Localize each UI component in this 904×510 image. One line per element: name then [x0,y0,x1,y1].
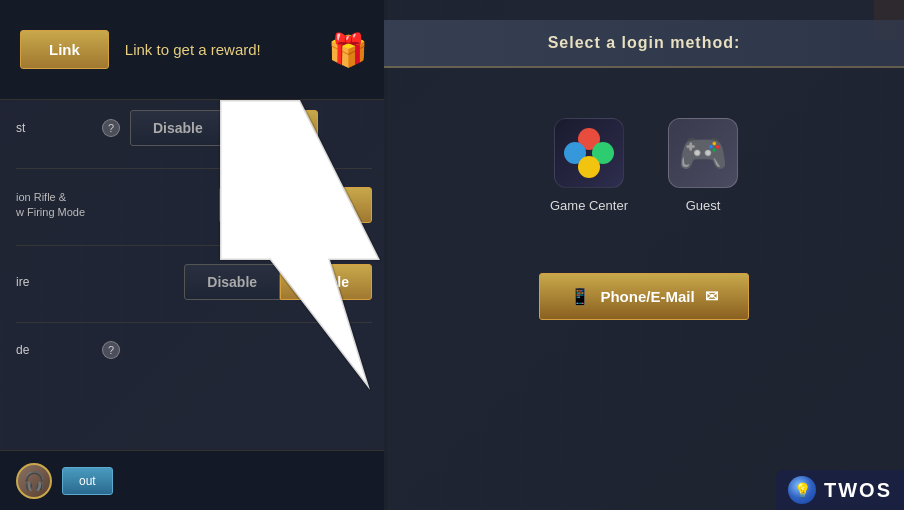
setting-label-3: ire [16,275,174,289]
label-group-1: st ? [16,119,120,137]
twos-badge: 💡 TWOS [776,470,904,510]
tap-button[interactable]: Tap [219,187,281,223]
enable-button-1[interactable]: Enable [226,110,318,146]
gc-dots [564,128,614,178]
setting-label-4: de [16,343,96,357]
setting-label-1: st [16,121,96,135]
btn-group-3: Disable Enable [184,264,372,300]
gift-icon: 🎁 [328,31,368,69]
setting-row-4: de ? [16,341,372,359]
help-icon-1[interactable]: ? [102,119,120,137]
login-icons-row: Game Center 🎮 Guest [550,118,738,213]
link-button[interactable]: Link [20,30,109,69]
setting-row-3: ire Disable Enable [16,264,372,300]
separator-2 [16,245,372,246]
disable-button-1[interactable]: Disable [130,110,226,146]
main-container: Link Link Link to get a reward! 🎁 st ? D… [0,0,904,510]
btn-group-1: Disable Enable [130,110,318,146]
release-button[interactable]: Release [281,187,372,223]
label-group-4: de ? [16,341,120,359]
avatar: 🎧 [16,463,52,499]
gamepad-unicode-icon: 🎮 [678,130,728,177]
guest-option[interactable]: 🎮 Guest [668,118,738,213]
left-panel: Link Link Link to get a reward! 🎁 st ? D… [0,0,390,510]
separator-1 [16,168,372,169]
guest-label: Guest [686,198,721,213]
twos-text: TWOS [824,479,892,502]
setting-row-1: st ? Disable Enable [16,110,372,146]
dot-yellow [578,156,600,178]
avatar-icon: 🎧 [23,470,45,492]
bottom-tab-out[interactable]: out [62,467,113,495]
btn-group-2: Tap Release [219,187,372,223]
settings-area: st ? Disable Enable ion Rifle &w Firing … [0,110,388,381]
reward-text: Link to get a reward! [125,41,312,58]
game-center-option[interactable]: Game Center [550,118,628,213]
login-header-text: Select a login method: [548,34,741,51]
phone-email-button[interactable]: 📱 Phone/E-Mail ✉ [539,273,748,320]
disable-button-2[interactable]: Disable [184,264,280,300]
bottom-bar: 🎧 out [0,450,388,510]
top-bar: Link Link Link to get a reward! 🎁 [0,0,388,100]
guest-icon: 🎮 [668,118,738,188]
setting-row-2: ion Rifle &w Firing Mode Tap Release [16,187,372,223]
separator-3 [16,322,372,323]
game-center-label: Game Center [550,198,628,213]
help-icon-4[interactable]: ? [102,341,120,359]
twos-bulb-icon: 💡 [788,476,816,504]
phone-email-button-label: Phone/E-Mail [600,288,694,305]
login-header: Select a login method: [384,20,904,68]
email-icon: ✉ [705,287,718,306]
phone-icon: 📱 [570,287,590,306]
enable-button-2[interactable]: Enable [280,264,372,300]
game-center-icon [554,118,624,188]
setting-label-2: ion Rifle &w Firing Mode [16,190,85,221]
right-panel: Select a login method: Game Center [384,0,904,510]
